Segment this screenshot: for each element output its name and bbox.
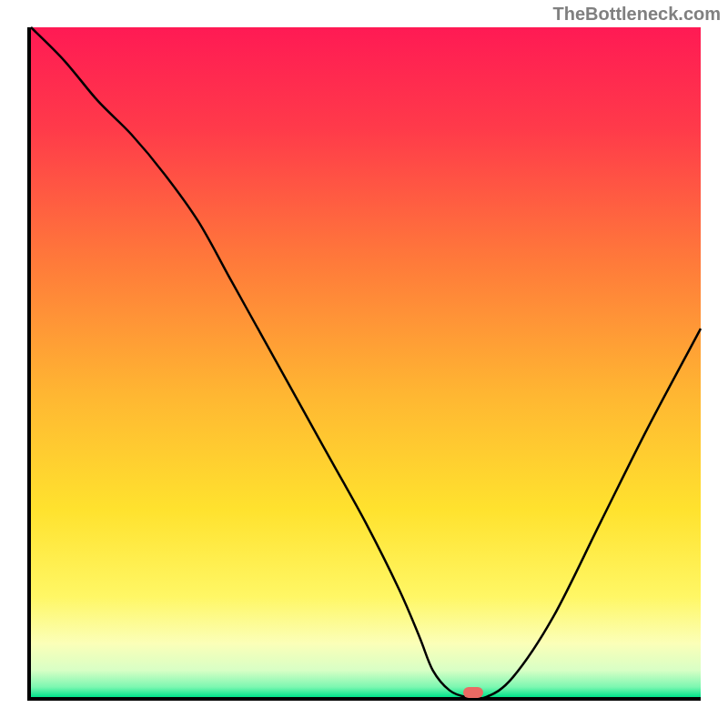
optimal-marker (463, 687, 483, 698)
chart-container: TheBottleneck.com (0, 0, 728, 728)
plot-area (27, 27, 701, 701)
curve-svg (31, 27, 701, 697)
bottleneck-curve-path (31, 27, 701, 699)
watermark-label: TheBottleneck.com (553, 4, 721, 25)
